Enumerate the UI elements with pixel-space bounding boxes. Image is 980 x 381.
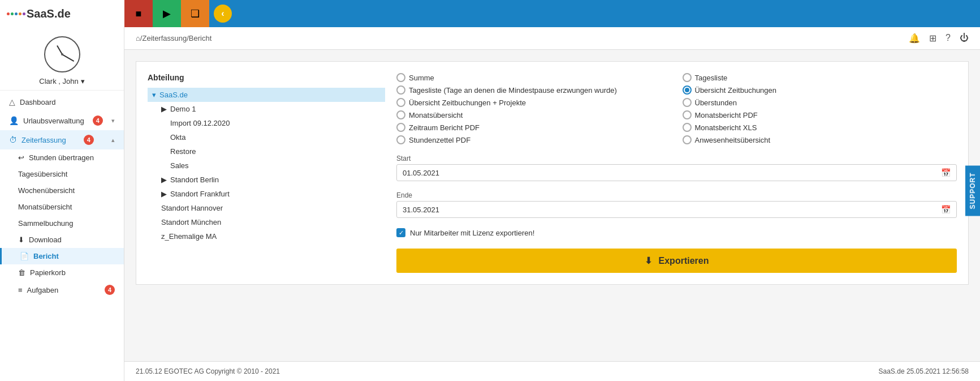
start-label: Start	[396, 155, 957, 162]
collapse-button[interactable]: ‹	[214, 5, 232, 23]
export-button[interactable]: ⬇ Exportieren	[396, 249, 957, 273]
papierkorb-icon: 🗑	[18, 268, 25, 277]
start-date-group: Start 01.05.2021 📅	[396, 155, 957, 181]
logo-dots	[7, 12, 25, 15]
dept-item-demo1[interactable]: ▶ Demo 1	[148, 102, 385, 116]
notification-icon[interactable]: 🔔	[909, 33, 920, 44]
checkbox-row[interactable]: ✓ Nur Mitarbeiter mit Lizenz exportieren…	[396, 228, 957, 237]
radio-stundenzettel-circle	[396, 135, 405, 144]
end-calendar-icon[interactable]: 📅	[941, 205, 951, 214]
radio-ueberstunden[interactable]: Überstunden	[683, 98, 957, 107]
help-icon[interactable]: ?	[946, 33, 951, 44]
export-label: Exportieren	[659, 256, 709, 266]
radio-zeitraum-circle	[396, 123, 405, 132]
logo-text: SaaS.de	[27, 7, 71, 20]
clock-center	[61, 53, 63, 55]
content-area: ⌂/Zeiterfassung/Bericht 🔔 ⊞ ? ⏻ Abteilun…	[124, 27, 980, 381]
tree-chevron-demo1: ▶	[161, 105, 167, 113]
radio-anwesenheitsübersicht[interactable]: Anwesenheitsübersicht	[683, 135, 957, 144]
dept-item-ehemalige[interactable]: z_Ehemalige MA	[148, 229, 385, 243]
radio-monatsübersicht[interactable]: Monatsübersicht	[396, 110, 671, 119]
radio-summe-circle	[396, 73, 405, 82]
radio-tagesliste[interactable]: Tagesliste	[683, 73, 957, 82]
dept-section: Abteilung ▾ SaaS.de ▶ Demo 1 Import 09.1…	[148, 73, 385, 273]
sidebar-subitem-tagesübersicht[interactable]: Tagesübersicht	[0, 166, 124, 182]
download-icon: ⬇	[18, 236, 24, 244]
radio-uebersicht-zeitbuchungen[interactable]: Übersicht Zeitbuchungen	[683, 85, 957, 95]
sidebar-subitem-monatsübersicht[interactable]: Monatsübersicht	[0, 199, 124, 215]
logo-area: SaaS.de	[0, 0, 124, 27]
radio-summe[interactable]: Summe	[396, 73, 671, 82]
user-name[interactable]: Clark , John ▾	[39, 77, 84, 85]
clock-face	[44, 36, 80, 72]
dept-item-frankfurt[interactable]: ▶ Standort Frankfurt	[148, 187, 385, 201]
tree-chevron-saasde: ▾	[152, 91, 156, 99]
radio-stundenzettel-pdf[interactable]: Stundenzettel PDF	[396, 135, 671, 144]
sidebar-subitem-bericht[interactable]: 📄 Bericht	[0, 248, 124, 264]
bericht-icon: 📄	[20, 252, 29, 260]
lizenz-label: Nur Mitarbeiter mit Lizenz exportieren!	[410, 229, 534, 237]
breadcrumb-icons: 🔔 ⊞ ? ⏻	[909, 33, 969, 44]
end-input[interactable]: 31.05.2021 📅	[396, 201, 957, 218]
lizenz-checkbox[interactable]: ✓	[396, 228, 405, 237]
sidebar-item-urlaubsverwaltung[interactable]: 👤 Urlaubsverwaltung 4 ▾	[0, 111, 124, 130]
sidebar-subitem-papierkorb[interactable]: 🗑 Papierkorb	[0, 264, 124, 281]
radio-tagesliste-pause-circle	[396, 85, 405, 95]
dept-item-sales[interactable]: Sales	[148, 159, 385, 173]
end-value: 31.05.2021	[403, 206, 941, 214]
urlaub-chevron: ▾	[111, 117, 115, 125]
urlaub-badge: 4	[93, 115, 103, 126]
sidebar: Clark , John ▾ △ Dashboard 👤 Urlaubsverw…	[0, 27, 124, 381]
dept-item-import[interactable]: Import 09.12.2020	[148, 116, 385, 130]
sidebar-item-zeiterfassung[interactable]: ⏱ Zeiterfassung 4 ▴	[0, 130, 124, 149]
dept-item-saasde[interactable]: ▾ SaaS.de	[148, 88, 385, 102]
end-date-group: Ende 31.05.2021 📅	[396, 191, 957, 218]
radio-monatsbericht-pdf-circle	[683, 110, 692, 119]
dept-title: Abteilung	[148, 73, 385, 82]
sidebar-item-dashboard[interactable]: △ Dashboard	[0, 93, 124, 111]
copy-button[interactable]: ❏	[181, 0, 209, 27]
sidebar-nav: △ Dashboard 👤 Urlaubsverwaltung 4 ▾ ⏱ Ze…	[0, 91, 124, 381]
end-label: Ende	[396, 191, 957, 199]
radio-zeitbuchungen-circle	[683, 85, 692, 95]
radio-uebersicht-projekte[interactable]: Übersicht Zeitbuchungen + Projekte	[396, 98, 671, 107]
sidebar-subitem-aufgaben[interactable]: ≡ Aufgaben 4	[0, 281, 124, 299]
report-panel: Abteilung ▾ SaaS.de ▶ Demo 1 Import 09.1…	[136, 61, 969, 285]
dept-item-münchen[interactable]: Standort München	[148, 215, 385, 229]
sidebar-subitem-stunden[interactable]: ↩ Stunden übertragen	[0, 149, 124, 166]
dept-tree: ▾ SaaS.de ▶ Demo 1 Import 09.12.2020 Okt…	[148, 88, 385, 243]
radio-tagesliste-pause[interactable]: Tagesliste (Tage an denen die Mindestpau…	[396, 85, 671, 95]
support-tab[interactable]: SUPPORT	[965, 165, 980, 216]
radio-monatsübersicht-circle	[396, 110, 405, 119]
dept-item-hannover[interactable]: Standort Hannover	[148, 201, 385, 215]
dept-item-berlin[interactable]: ▶ Standort Berlin	[148, 173, 385, 187]
dashboard-icon: △	[9, 97, 15, 106]
zeiterfassung-icon: ⏱	[9, 135, 17, 144]
grid-icon[interactable]: ⊞	[929, 33, 936, 44]
start-calendar-icon[interactable]: 📅	[941, 168, 951, 177]
stop-button[interactable]: ■	[124, 0, 153, 27]
sidebar-subitem-wochenübersicht[interactable]: Wochenübersicht	[0, 182, 124, 199]
zeiterfassung-badge: 4	[84, 135, 94, 145]
breadcrumb-bar: ⌂/Zeiterfassung/Bericht 🔔 ⊞ ? ⏻	[124, 27, 980, 50]
radio-zeitraum-bericht-pdf[interactable]: Zeitraum Bericht PDF	[396, 123, 671, 132]
breadcrumb: ⌂/Zeiterfassung/Bericht	[136, 34, 211, 42]
dept-item-okta[interactable]: Okta	[148, 130, 385, 144]
radio-monatsbericht-xls[interactable]: Monatsbericht XLS	[683, 123, 957, 132]
ctrl-buttons: ■ ▶ ❏	[124, 0, 209, 27]
aufgaben-badge: 4	[105, 285, 115, 295]
dept-item-restore[interactable]: Restore	[148, 144, 385, 159]
radio-monatsbericht-pdf[interactable]: Monatsbericht PDF	[683, 110, 957, 119]
power-icon[interactable]: ⏻	[960, 33, 969, 44]
clock-hand-minute	[62, 54, 74, 61]
play-button[interactable]: ▶	[153, 0, 181, 27]
radio-ueberstunden-circle	[683, 98, 692, 107]
radio-monatsbericht-xls-circle	[683, 123, 692, 132]
sidebar-subitem-download[interactable]: ⬇ Download	[0, 232, 124, 248]
start-input[interactable]: 01.05.2021 📅	[396, 164, 957, 181]
sidebar-subitem-sammelbuchung[interactable]: Sammelbuchung	[0, 215, 124, 232]
start-value: 01.05.2021	[403, 169, 941, 177]
clock-area: Clark , John ▾	[0, 27, 124, 91]
footer-left: 21.05.12 EGOTEC AG Copyright © 2010 - 20…	[136, 367, 280, 375]
aufgaben-icon: ≡	[18, 286, 23, 294]
